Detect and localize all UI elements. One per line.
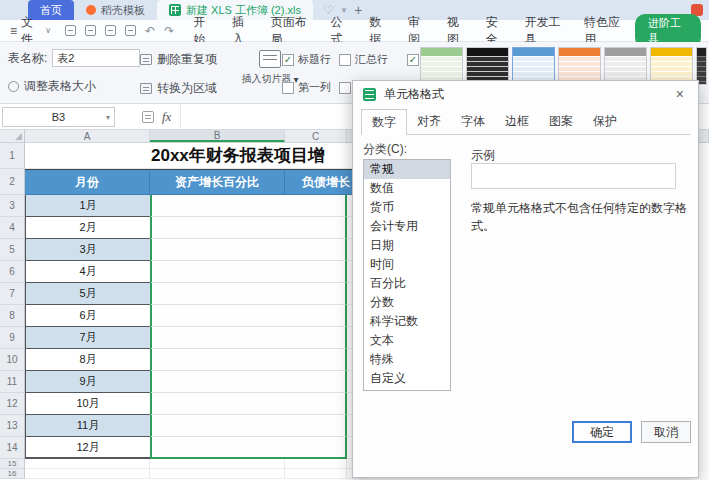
empty-cell[interactable] [150, 469, 285, 479]
category-科学记数[interactable]: 科学记数 [364, 312, 450, 331]
checkbox-汇总行[interactable] [339, 54, 351, 66]
category-百分比[interactable]: 百分比 [364, 274, 450, 293]
row-header-4[interactable]: 4 [0, 217, 25, 239]
data-cell-b14[interactable] [150, 437, 285, 459]
data-cell-c8[interactable] [285, 305, 347, 327]
row-header-7[interactable]: 7 [0, 283, 25, 305]
month-cell[interactable]: 3月 [25, 239, 150, 261]
dialog-tab-字体[interactable]: 字体 [451, 109, 495, 134]
category-货币[interactable]: 货币 [364, 198, 450, 217]
row-header-13[interactable]: 13 [0, 415, 25, 437]
empty-cell[interactable] [25, 469, 150, 479]
row-header-2[interactable]: 2 [0, 169, 25, 195]
table-name-input[interactable] [52, 49, 140, 67]
month-cell[interactable]: 9月 [25, 371, 150, 393]
empty-cell[interactable] [150, 459, 285, 469]
convert-to-range-button[interactable]: 转换为区域 [140, 80, 217, 97]
row-header-15[interactable]: 15 [0, 459, 25, 469]
data-cell-b9[interactable] [150, 327, 285, 349]
cancel-button[interactable]: 取消 [641, 421, 691, 443]
month-cell[interactable]: 7月 [25, 327, 150, 349]
checkbox-镶边行[interactable]: ✓ [407, 54, 419, 66]
preview-icon[interactable] [125, 25, 136, 36]
column-header-B[interactable]: B [150, 130, 285, 142]
row-header-12[interactable]: 12 [0, 393, 25, 415]
empty-cell[interactable] [25, 459, 150, 469]
checkbox-标题行[interactable]: ✓ [282, 54, 294, 66]
data-cell-c11[interactable] [285, 371, 347, 393]
data-cell-b4[interactable] [150, 217, 285, 239]
print-icon[interactable] [105, 25, 116, 36]
category-常规[interactable]: 常规 [364, 160, 450, 179]
fx-helper-icon[interactable] [142, 111, 154, 123]
data-cell-b6[interactable] [150, 261, 285, 283]
row-header-11[interactable]: 11 [0, 371, 25, 393]
row-header-3[interactable]: 3 [0, 195, 25, 217]
option-标题行[interactable]: ✓标题行 [282, 52, 331, 67]
row-header-8[interactable]: 8 [0, 305, 25, 327]
row-header-16[interactable]: 16 [0, 469, 25, 479]
data-cell-b12[interactable] [150, 393, 285, 415]
category-分数[interactable]: 分数 [364, 293, 450, 312]
tab-docer[interactable]: 稻壳模板 [74, 0, 157, 20]
dialog-tab-数字[interactable]: 数字 [361, 109, 407, 135]
row-header-6[interactable]: 6 [0, 261, 25, 283]
data-cell-b3[interactable] [150, 195, 285, 217]
month-cell[interactable]: 8月 [25, 349, 150, 371]
row-header-5[interactable]: 5 [0, 239, 25, 261]
data-cell-b10[interactable] [150, 349, 285, 371]
dialog-tab-边框[interactable]: 边框 [495, 109, 539, 134]
remove-duplicates-button[interactable]: 删除重复项 [140, 51, 217, 68]
data-cell-b8[interactable] [150, 305, 285, 327]
name-box[interactable]: B3 ▾ [2, 107, 115, 127]
data-cell-b13[interactable] [150, 415, 285, 437]
dialog-tab-图案[interactable]: 图案 [539, 109, 583, 134]
data-cell-c6[interactable] [285, 261, 347, 283]
row-header-9[interactable]: 9 [0, 327, 25, 349]
month-cell[interactable]: 12月 [25, 437, 150, 459]
option-第一列[interactable]: 第一列 [282, 80, 331, 95]
data-cell-c5[interactable] [285, 239, 347, 261]
data-cell-c12[interactable] [285, 393, 347, 415]
category-自定义[interactable]: 自定义 [364, 369, 450, 388]
data-cell-c3[interactable] [285, 195, 347, 217]
undo-icon[interactable]: ↶ [145, 25, 155, 37]
data-cell-c10[interactable] [285, 349, 347, 371]
category-时间[interactable]: 时间 [364, 255, 450, 274]
category-会计专用[interactable]: 会计专用 [364, 217, 450, 236]
data-cell-c7[interactable] [285, 283, 347, 305]
month-cell[interactable]: 1月 [25, 195, 150, 217]
month-cell[interactable]: 5月 [25, 283, 150, 305]
row-header-14[interactable]: 14 [0, 437, 25, 459]
month-cell[interactable]: 6月 [25, 305, 150, 327]
category-文本[interactable]: 文本 [364, 331, 450, 350]
row-header-1[interactable]: 1 [0, 143, 25, 169]
ok-button[interactable]: 确定 [572, 421, 632, 443]
close-icon[interactable]: × [672, 85, 688, 103]
month-cell[interactable]: 10月 [25, 393, 150, 415]
dialog-tab-对齐[interactable]: 对齐 [407, 109, 451, 134]
data-cell-c13[interactable] [285, 415, 347, 437]
empty-cell[interactable] [285, 469, 347, 479]
data-cell-b11[interactable] [150, 371, 285, 393]
empty-cell[interactable] [285, 459, 347, 469]
checkbox-第一列[interactable] [282, 82, 294, 94]
row-header-10[interactable]: 10 [0, 349, 25, 371]
option-汇总行[interactable]: 汇总行 [339, 52, 399, 67]
resize-table-button[interactable]: 调整表格大小 [8, 78, 96, 95]
data-cell-b5[interactable] [150, 239, 285, 261]
output-icon[interactable] [85, 25, 96, 36]
category-日期[interactable]: 日期 [364, 236, 450, 255]
name-box-caret-icon[interactable]: ▾ [106, 113, 110, 122]
insert-function-icon[interactable]: fx [162, 109, 171, 125]
column-header-A[interactable]: A [25, 130, 150, 142]
redo-icon[interactable]: ↷ [164, 25, 174, 37]
select-all-corner[interactable] [0, 130, 25, 142]
data-cell-c14[interactable] [285, 437, 347, 459]
month-cell[interactable]: 11月 [25, 415, 150, 437]
month-cell[interactable]: 2月 [25, 217, 150, 239]
checkbox-最后一列[interactable] [339, 82, 351, 94]
dialog-tab-保护[interactable]: 保护 [583, 109, 627, 134]
column-header-C[interactable]: C [285, 130, 347, 142]
data-cell-c9[interactable] [285, 327, 347, 349]
